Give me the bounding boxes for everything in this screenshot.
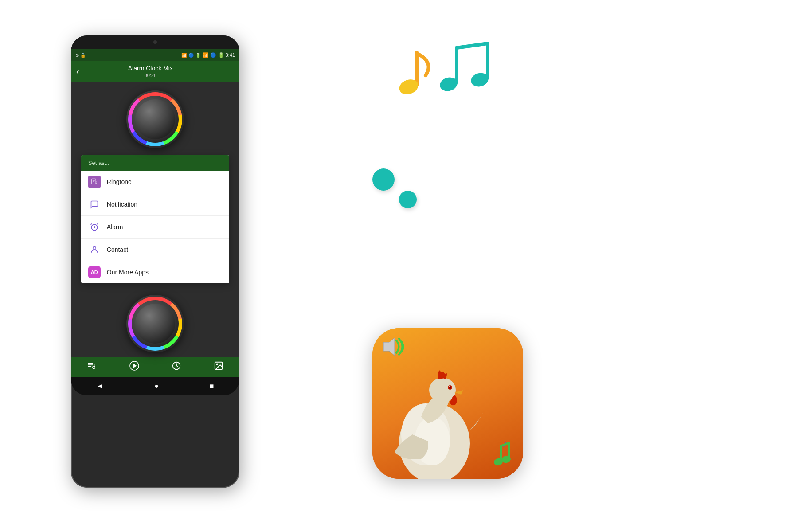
status-right-icons: 📶 🔵 🔋 📶 🔵 🔋 3:41 xyxy=(181,52,235,58)
android-recents-button[interactable]: ■ xyxy=(210,382,214,390)
top-speaker xyxy=(126,90,184,148)
app-subtitle: 00:28 xyxy=(79,73,222,78)
more-apps-label: Our More Apps xyxy=(107,269,149,276)
app-icon: ♪ xyxy=(372,328,523,479)
top-speaker-section xyxy=(71,82,239,153)
app-title: Alarm Clock Mix xyxy=(79,65,222,72)
svg-point-30 xyxy=(449,386,450,387)
contact-label: Contact xyxy=(107,246,128,253)
android-home-button[interactable]: ● xyxy=(154,382,159,390)
contact-icon xyxy=(88,243,101,256)
svg-point-5 xyxy=(93,246,96,250)
teal-circle-2 xyxy=(399,191,417,208)
teal-circle-1 xyxy=(372,168,395,191)
top-speaker-container xyxy=(126,82,184,153)
bluetooth-icon: 🔵 xyxy=(188,53,194,58)
time-display: 📶 🔵 🔋 3:41 xyxy=(203,52,235,58)
svg-point-15 xyxy=(216,364,218,365)
alarm-icon xyxy=(88,221,101,233)
notification-label: Notification xyxy=(107,201,137,208)
screen-content: Set as... Ringtone Notification xyxy=(71,82,239,357)
bottom-speaker xyxy=(126,295,184,352)
image-button[interactable] xyxy=(214,361,223,373)
speaker-inner xyxy=(135,99,175,139)
android-back-button[interactable]: ◄ xyxy=(96,382,103,390)
rooster-svg xyxy=(386,355,492,479)
bottom-speaker-container xyxy=(126,286,184,357)
menu-item-more-apps[interactable]: AD Our More Apps xyxy=(81,261,229,283)
back-button[interactable]: ‹ xyxy=(76,67,79,76)
status-left-icons: ⊙ 🔒 xyxy=(75,53,86,58)
popup-header: Set as... xyxy=(81,155,229,171)
bottom-nav xyxy=(71,357,239,377)
phone-top-bar xyxy=(71,35,239,49)
app-icon-area: ♪ xyxy=(372,328,541,497)
music-notes-decoration xyxy=(355,35,497,231)
menu-item-contact[interactable]: Contact xyxy=(81,239,229,261)
ringtone-icon xyxy=(88,176,101,188)
bottom-speaker-inner xyxy=(135,304,175,344)
android-nav: ◄ ● ■ xyxy=(71,377,239,395)
phone-body: ⊙ 🔒 📶 🔵 🔋 📶 🔵 🔋 3:41 ‹ Alarm Clock Mix 0… xyxy=(71,35,239,488)
ringtone-label: Ringtone xyxy=(107,178,132,185)
svg-point-9 xyxy=(93,366,95,369)
notification-icon xyxy=(88,198,101,211)
rooster-background: ♪ xyxy=(372,328,523,479)
bottom-speaker-section xyxy=(71,286,239,357)
green-music-note xyxy=(490,441,517,473)
app-bar: ‹ Alarm Clock Mix 00:28 xyxy=(71,61,239,82)
menu-item-notification[interactable]: Notification xyxy=(81,193,229,216)
phone-device: ⊙ 🔒 📶 🔵 🔋 📶 🔵 🔋 3:41 ‹ Alarm Clock Mix 0… xyxy=(71,35,239,488)
play-button[interactable] xyxy=(129,360,140,373)
teal-double-note xyxy=(430,40,497,113)
svg-line-32 xyxy=(501,443,509,446)
signal-icon: 📶 xyxy=(181,53,187,58)
alarm-label: Alarm xyxy=(107,223,123,231)
svg-rect-0 xyxy=(92,179,96,184)
status-bar: ⊙ 🔒 📶 🔵 🔋 📶 🔵 🔋 3:41 xyxy=(71,49,239,61)
svg-marker-12 xyxy=(133,364,136,368)
svg-line-18 xyxy=(457,43,488,48)
front-camera xyxy=(153,40,157,44)
battery-icon: 🔋 xyxy=(196,53,201,58)
ad-icon: AD xyxy=(88,266,101,278)
orange-note xyxy=(377,44,430,104)
playlist-button[interactable] xyxy=(87,361,97,373)
set-as-popup: Set as... Ringtone Notification xyxy=(81,155,229,283)
menu-item-ringtone[interactable]: Ringtone xyxy=(81,171,229,193)
menu-item-alarm[interactable]: Alarm xyxy=(81,216,229,239)
history-button[interactable] xyxy=(172,361,181,373)
svg-marker-23 xyxy=(383,338,395,356)
